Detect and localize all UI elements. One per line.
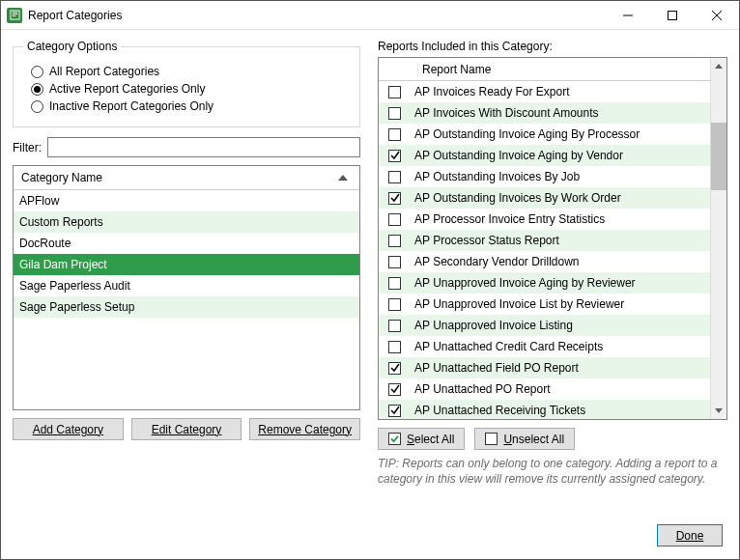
report-name: AP Unapproved Invoice Listing — [414, 319, 704, 332]
report-row[interactable]: AP Outstanding Invoices By Job — [379, 166, 710, 187]
checkbox-checked-icon — [388, 433, 401, 445]
scroll-track[interactable] — [711, 74, 726, 403]
report-name: AP Outstanding Invoices By Work Order — [414, 191, 704, 205]
checkbox-empty-icon — [485, 433, 498, 445]
report-row[interactable]: AP Unattached PO Report — [379, 378, 710, 400]
report-row[interactable]: AP Unapproved Invoice List by Reviewer — [379, 294, 710, 315]
scroll-down-button[interactable] — [711, 403, 726, 419]
report-name: AP Outstanding Invoices By Job — [414, 170, 704, 183]
report-name: AP Processor Status Report — [414, 234, 704, 247]
report-name: AP Secondary Vendor Drilldown — [414, 255, 704, 268]
report-row[interactable]: AP Processor Invoice Entry Statistics — [379, 209, 710, 230]
done-button[interactable]: Done — [657, 524, 723, 546]
sort-ascending-icon — [338, 175, 348, 181]
scroll-up-button[interactable] — [711, 58, 726, 74]
report-checkbox[interactable] — [388, 341, 401, 353]
svg-rect-1 — [669, 11, 677, 19]
tip-text: TIP: Reports can only belong to one cate… — [378, 456, 727, 487]
report-name: AP Outstanding Invoice Aging by Vendor — [414, 149, 704, 162]
select-all-label: Select All — [407, 433, 454, 446]
report-name: AP Unattached Credit Card Receipts — [414, 340, 704, 353]
report-row[interactable]: AP Unattached Field PO Report — [379, 357, 710, 378]
report-row[interactable]: AP Outstanding Invoices By Work Order — [379, 187, 710, 209]
radio-icon — [31, 100, 43, 113]
maximize-button[interactable] — [650, 1, 695, 30]
radio-option[interactable]: Active Report Categories Only — [31, 82, 350, 96]
select-all-button[interactable]: Select All — [378, 428, 465, 450]
reports-included-label: Reports Included in this Category: — [378, 40, 727, 53]
edit-category-button[interactable]: Edit Category — [131, 418, 242, 440]
category-row[interactable]: APFlow — [14, 190, 359, 211]
radio-option[interactable]: Inactive Report Categories Only — [31, 99, 350, 113]
report-checkbox[interactable] — [388, 405, 401, 417]
report-row[interactable]: AP Unattached Receiving Tickets — [379, 400, 710, 419]
radio-option[interactable]: All Report Categories — [31, 65, 350, 78]
report-name: AP Invoices Ready For Export — [414, 85, 704, 98]
report-name: AP Invoices With Discount Amounts — [414, 106, 704, 120]
report-checkbox[interactable] — [388, 192, 401, 205]
report-row[interactable]: AP Outstanding Invoice Aging by Vendor — [379, 145, 710, 166]
report-checkbox[interactable] — [388, 213, 401, 226]
titlebar: Report Categories — [1, 1, 739, 30]
report-row[interactable]: AP Secondary Vendor Drilldown — [379, 251, 710, 272]
report-name: AP Unattached Receiving Tickets — [414, 404, 704, 417]
radio-icon — [31, 66, 43, 78]
add-category-button[interactable]: Add Category — [13, 418, 124, 440]
report-row[interactable]: AP Outstanding Invoice Aging By Processo… — [379, 124, 710, 145]
reports-list: Report Name AP Invoices Ready For Export… — [378, 57, 727, 420]
report-row[interactable]: AP Invoices Ready For Export — [379, 81, 710, 102]
scrollbar[interactable] — [710, 58, 726, 419]
chevron-down-icon — [715, 408, 723, 413]
report-checkbox[interactable] — [388, 171, 401, 183]
report-row[interactable]: AP Unapproved Invoice Aging by Reviewer — [379, 272, 710, 294]
close-button[interactable] — [695, 1, 739, 30]
category-list: Category Name APFlowCustom ReportsDocRou… — [13, 165, 360, 410]
report-name: AP Unattached PO Report — [414, 382, 704, 396]
report-checkbox[interactable] — [388, 128, 401, 141]
report-checkbox[interactable] — [388, 383, 401, 396]
report-checkbox[interactable] — [388, 107, 401, 120]
scroll-thumb[interactable] — [711, 123, 726, 190]
filter-row: Filter: — [13, 137, 360, 157]
chevron-up-icon — [715, 64, 723, 69]
category-list-header[interactable]: Category Name — [14, 166, 359, 190]
report-checkbox[interactable] — [388, 235, 401, 247]
category-header-label: Category Name — [21, 171, 102, 184]
radio-label: All Report Categories — [49, 65, 159, 78]
report-checkbox[interactable] — [388, 362, 401, 375]
category-row[interactable]: Custom Reports — [14, 211, 359, 233]
report-row[interactable]: AP Unattached Credit Card Receipts — [379, 336, 710, 357]
reports-list-header[interactable]: Report Name — [379, 58, 710, 81]
report-name: AP Unapproved Invoice List by Reviewer — [414, 297, 704, 311]
report-checkbox[interactable] — [388, 277, 401, 290]
radio-icon — [31, 83, 43, 96]
report-row[interactable]: AP Unapproved Invoice Listing — [379, 315, 710, 336]
window-title: Report Categories — [28, 9, 606, 22]
filter-label: Filter: — [13, 141, 42, 154]
report-name: AP Unapproved Invoice Aging by Reviewer — [414, 276, 704, 290]
report-name: AP Unattached Field PO Report — [414, 361, 704, 375]
radio-label: Active Report Categories Only — [49, 82, 205, 96]
minimize-button[interactable] — [606, 1, 650, 30]
category-row[interactable]: DocRoute — [14, 233, 359, 254]
unselect-all-label: Unselect All — [503, 433, 564, 446]
report-checkbox[interactable] — [388, 86, 401, 98]
report-row[interactable]: AP Processor Status Report — [379, 230, 710, 251]
category-options-legend: Category Options — [23, 40, 121, 53]
report-row[interactable]: AP Invoices With Discount Amounts — [379, 102, 710, 124]
report-checkbox[interactable] — [388, 256, 401, 268]
category-row[interactable]: Sage Paperless Setup — [14, 296, 359, 318]
report-name: AP Outstanding Invoice Aging By Processo… — [414, 127, 704, 141]
filter-input[interactable] — [47, 137, 360, 157]
radio-label: Inactive Report Categories Only — [49, 99, 213, 113]
remove-category-button[interactable]: Remove Category — [249, 418, 360, 440]
app-icon — [7, 8, 22, 23]
category-row[interactable]: Gila Dam Project — [14, 254, 359, 275]
report-checkbox[interactable] — [388, 298, 401, 311]
reports-header-label: Report Name — [417, 63, 710, 76]
report-checkbox[interactable] — [388, 150, 401, 162]
unselect-all-button[interactable]: Unselect All — [474, 428, 575, 450]
category-options-group: Category Options All Report CategoriesAc… — [13, 40, 360, 127]
report-checkbox[interactable] — [388, 320, 401, 332]
category-row[interactable]: Sage Paperless Audit — [14, 275, 359, 296]
